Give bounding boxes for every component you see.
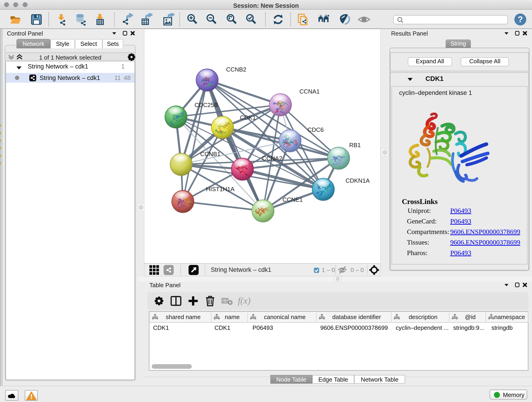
svg-text:CCNE1: CCNE1: [283, 196, 303, 203]
svg-text:RB1: RB1: [349, 142, 361, 148]
svg-text:CCNA2: CCNA2: [262, 155, 282, 162]
svg-text:CCNB1: CCNB1: [200, 151, 220, 157]
svg-text:CDC6: CDC6: [307, 126, 324, 133]
svg-text:CCNA1: CCNA1: [299, 88, 320, 95]
svg-text:?: ?: [518, 15, 523, 24]
svg-text:CDK1: CDK1: [240, 114, 256, 121]
svg-text:HIST1H1A: HIST1H1A: [206, 186, 234, 192]
svg-text:CDC25B: CDC25B: [195, 102, 218, 108]
svg-text:CDKN1A: CDKN1A: [346, 177, 370, 184]
svg-text:CCNB2: CCNB2: [226, 66, 246, 73]
